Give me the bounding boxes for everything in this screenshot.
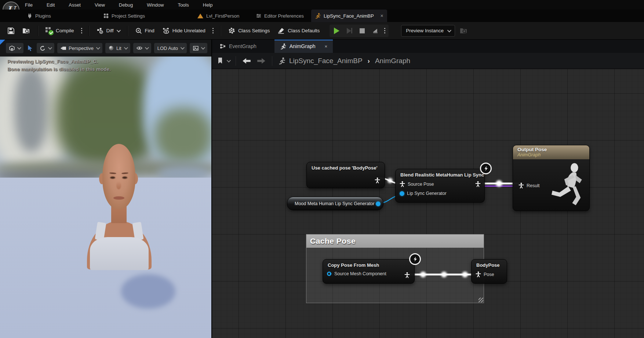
- node-title: Copy Pose From Mesh: [323, 259, 414, 269]
- rotation-snap-dropdown[interactable]: [37, 43, 54, 53]
- menu-help[interactable]: Help: [201, 1, 214, 8]
- animgraph-canvas[interactable]: Cache Pose Use cached pose 'Bod: [212, 69, 644, 338]
- hide-unrelated-button[interactable]: Hide Unrelated: [159, 25, 209, 36]
- menu-window[interactable]: Window: [145, 1, 165, 8]
- simulate-button[interactable]: [369, 26, 381, 36]
- folder-search-icon: [460, 28, 467, 34]
- tab-project-settings[interactable]: Project Settings: [100, 10, 149, 22]
- chevron-down-icon: [201, 46, 205, 50]
- breadcrumb-asset[interactable]: LipSync_Face_AnimBP: [289, 57, 363, 65]
- chevron-down-icon: [447, 28, 451, 32]
- class-defaults-button[interactable]: Class Defaults: [274, 25, 323, 36]
- pose-output-pin[interactable]: [475, 181, 481, 187]
- tab-eventgraph[interactable]: EventGraph: [214, 40, 262, 53]
- tab-close-icon[interactable]: ×: [381, 13, 383, 19]
- viewport-overlay-text: Previewing LipSync_Face_AnimBP_C. Bone m…: [7, 58, 111, 73]
- breadcrumb-runner-icon: [278, 57, 285, 65]
- menu-debug[interactable]: Debug: [117, 1, 134, 8]
- fast-path-lightning-icon: [480, 163, 492, 174]
- class-settings-button[interactable]: Class Settings: [225, 25, 273, 36]
- node-bodypose-cache[interactable]: BodyPose Pose: [471, 259, 507, 284]
- node-title: Blend Realistic MetaHuman Lip Sync: [396, 169, 484, 179]
- tab-plugins[interactable]: Plugins: [23, 10, 55, 22]
- character-tank-top: [90, 237, 149, 270]
- pose-output-pin[interactable]: [404, 272, 410, 278]
- menu-view[interactable]: View: [93, 1, 106, 8]
- hide-unrelated-label: Hide Unrelated: [172, 28, 205, 33]
- graph-tab-close-icon[interactable]: ×: [325, 44, 328, 49]
- stop-button[interactable]: [356, 26, 368, 36]
- pose-input-pin[interactable]: [400, 181, 405, 187]
- diff-label: Diff: [106, 28, 114, 33]
- graph-tab-label: AnimGraph: [290, 43, 316, 49]
- menu-asset[interactable]: Asset: [67, 1, 82, 8]
- lit-mode-dropdown[interactable]: Lit: [105, 43, 130, 53]
- browse-preview-button[interactable]: [456, 25, 470, 36]
- shaded-sphere-icon: [109, 46, 114, 51]
- pose-input-pin[interactable]: [476, 271, 481, 277]
- chevron-down-icon[interactable]: [227, 58, 231, 62]
- node-mood-lipsync-generator[interactable]: Mood Meta Human Lip Sync Generator: [287, 197, 383, 210]
- play-options-kebab-icon[interactable]: [382, 26, 388, 35]
- nose: [116, 181, 121, 189]
- perspective-label: Perspective: [69, 46, 94, 51]
- node-use-cached-pose[interactable]: Use cached pose 'BodyPose': [306, 162, 385, 188]
- pin-row-result: Result: [514, 181, 543, 190]
- animbp-runner-icon: [315, 13, 321, 19]
- transform-mode-dropdown[interactable]: [6, 43, 23, 53]
- hide-unrelated-icon: [163, 28, 170, 34]
- compile-check-icon: [46, 27, 53, 34]
- bookmark-icon[interactable]: [217, 57, 223, 64]
- chevron-down-icon: [48, 46, 52, 50]
- viewport-toolbar: Perspective Lit LOD Auto: [0, 40, 211, 57]
- breadcrumb-page[interactable]: AnimGraph: [375, 57, 410, 65]
- menu-file[interactable]: File: [23, 1, 34, 8]
- pencil-lines-icon: [278, 28, 285, 34]
- node-title: Mood Meta Human Lip Sync Generator: [295, 201, 374, 206]
- viewport-3d-scene[interactable]: Previewing LipSync_Face_AnimBP_C. Bone m…: [0, 57, 211, 338]
- graph-breadcrumb-bar: LipSync_Face_AnimBP › AnimGraph: [212, 53, 644, 69]
- lod-label: LOD Auto: [157, 46, 178, 51]
- screenshot-dropdown[interactable]: [190, 43, 207, 53]
- pose-input-pin[interactable]: [519, 182, 524, 189]
- menu-edit[interactable]: Edit: [45, 1, 56, 8]
- find-label: Find: [145, 28, 154, 33]
- show-flags-dropdown[interactable]: [133, 43, 151, 53]
- select-cursor-icon[interactable]: [27, 45, 33, 51]
- transform-cube-icon: [9, 46, 15, 51]
- preview-viewport-pane: Perspective Lit LOD Auto: [0, 40, 211, 338]
- graph-options-kebab-icon[interactable]: [210, 26, 216, 35]
- chevron-down-icon: [124, 46, 128, 50]
- menu-tools[interactable]: Tools: [176, 1, 190, 8]
- perspective-dropdown[interactable]: Perspective: [57, 43, 102, 53]
- tab-lipsync-face-animbp[interactable]: LipSync_Face_AnimBP ×: [311, 10, 387, 22]
- node-copy-pose-from-mesh[interactable]: Copy Pose From Mesh Source Mesh Componen…: [323, 259, 415, 284]
- browse-asset-button[interactable]: [19, 25, 33, 36]
- frame-skip-button[interactable]: [343, 26, 355, 36]
- compile-button[interactable]: Compile: [42, 25, 77, 37]
- preview-instance-dropdown[interactable]: Preview Instance: [401, 25, 455, 37]
- forward-arrow-icon[interactable]: [256, 58, 266, 64]
- diff-button[interactable]: Diff: [94, 25, 123, 36]
- tab-animgraph[interactable]: AnimGraph ×: [274, 40, 333, 53]
- asset-tab-strip: Plugins Project Settings Lvl_FirstPerson…: [0, 10, 644, 22]
- back-arrow-icon[interactable]: [242, 58, 251, 64]
- object-input-pin[interactable]: [327, 272, 332, 276]
- tab-lvl-firstperson[interactable]: Lvl_FirstPerson: [194, 10, 243, 22]
- diff-icon: [97, 28, 103, 34]
- find-button[interactable]: Find: [132, 25, 158, 36]
- node-blend-metahuman-lipsync[interactable]: Blend Realistic MetaHuman Lip Sync Sourc…: [395, 169, 485, 203]
- project-settings-icon: [103, 13, 109, 18]
- viewport-camera-icon: [61, 46, 66, 51]
- save-button[interactable]: [4, 25, 18, 36]
- play-button[interactable]: [331, 26, 342, 36]
- tab-editor-preferences[interactable]: Editor Preferences: [252, 10, 308, 22]
- play-icon: [334, 28, 339, 34]
- lod-dropdown[interactable]: LOD Auto: [154, 43, 187, 53]
- object-input-pin[interactable]: [400, 191, 404, 196]
- node-output-pose[interactable]: Output Pose AnimGraph Result: [513, 145, 590, 211]
- pose-output-pin[interactable]: [375, 177, 380, 183]
- object-output-pin[interactable]: [376, 201, 381, 206]
- simulate-icon: [372, 28, 378, 33]
- compile-options-kebab-icon[interactable]: [79, 26, 84, 35]
